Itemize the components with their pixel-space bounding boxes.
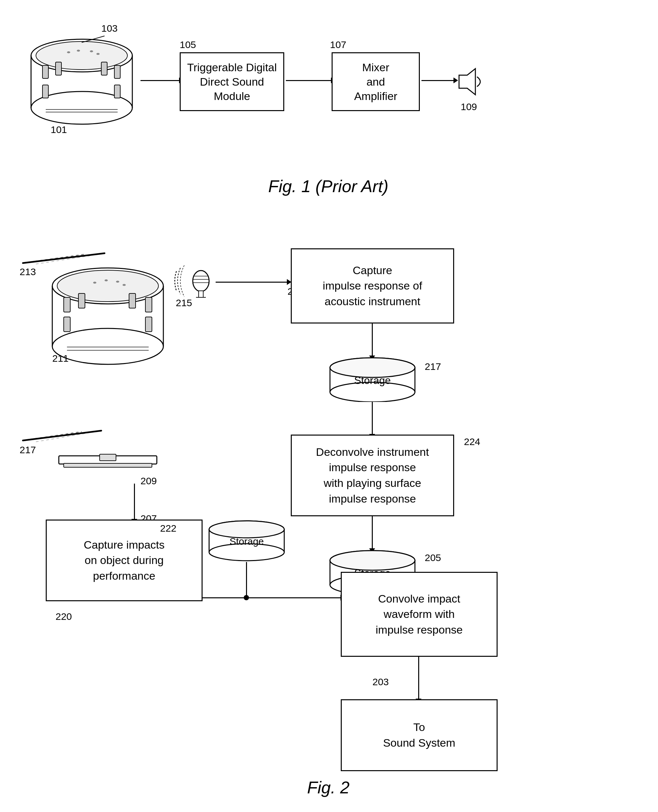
box-to-sound: To Sound System xyxy=(341,699,498,771)
svg-rect-31 xyxy=(64,297,70,312)
svg-rect-34 xyxy=(146,297,152,312)
svg-rect-12 xyxy=(114,65,120,78)
label-103: 103 xyxy=(101,23,118,34)
label-220: 220 xyxy=(56,611,72,622)
svg-point-70 xyxy=(209,521,284,538)
label-101: 101 xyxy=(51,124,67,135)
svg-rect-36 xyxy=(146,317,152,332)
drum-fig1 xyxy=(26,33,137,131)
svg-point-23 xyxy=(52,328,163,364)
arrow-deconvolve-to-storage-right xyxy=(372,516,373,549)
svg-point-4 xyxy=(36,41,127,70)
fig2-title: Fig. 2 xyxy=(307,778,349,797)
microphone-215 xyxy=(173,262,212,302)
label-203: 203 xyxy=(373,676,389,688)
svg-point-5 xyxy=(67,51,70,53)
box-capture-impulse: Capture impulse response of acoustic ins… xyxy=(291,248,454,323)
svg-rect-14 xyxy=(114,85,120,98)
label-107: 107 xyxy=(330,39,346,50)
box-capture-impacts: Capture impacts on object during perform… xyxy=(46,520,202,601)
svg-marker-18 xyxy=(459,69,475,95)
svg-text:Storage: Storage xyxy=(229,536,264,547)
label-213: 213 xyxy=(20,266,36,277)
arrow-dot-to-convolve xyxy=(246,597,341,598)
svg-point-30 xyxy=(122,284,126,286)
svg-point-8 xyxy=(96,53,100,55)
arrow-convolve-to-sound xyxy=(418,657,419,699)
svg-rect-32 xyxy=(78,293,85,308)
speaker-icon xyxy=(456,65,485,99)
svg-text:Storage: Storage xyxy=(354,375,391,386)
svg-rect-35 xyxy=(64,317,70,332)
box-direct-sound-module: Triggerable Digital Direct Sound Module xyxy=(180,52,284,111)
drumstick-217 xyxy=(20,425,111,446)
svg-rect-13 xyxy=(42,85,49,98)
fig1-title: Fig. 1 (Prior Art) xyxy=(268,176,389,196)
arrow-storage-to-deconvolve xyxy=(372,402,373,434)
svg-point-27 xyxy=(93,282,96,284)
page: 103 101 105 Triggerable Digital Direct S… xyxy=(0,0,658,812)
svg-point-29 xyxy=(116,281,119,283)
arrow-drum-to-module xyxy=(141,80,180,81)
svg-rect-33 xyxy=(129,293,136,308)
arrow-capture-to-storage-top xyxy=(372,323,373,356)
svg-point-28 xyxy=(105,279,108,281)
label-217-left: 217 xyxy=(20,444,36,456)
box-convolve: Convolve impact waveform with impulse re… xyxy=(341,572,498,657)
label-105: 105 xyxy=(180,39,196,50)
box-deconvolve: Deconvolve instrument impulse response w… xyxy=(291,434,454,516)
label-215: 215 xyxy=(176,297,192,309)
svg-rect-9 xyxy=(42,65,49,78)
trigger-pad xyxy=(46,451,170,478)
storage-222: Storage xyxy=(206,520,288,562)
drum-fig2 xyxy=(46,262,170,366)
arrow-mic-to-capture xyxy=(216,282,288,283)
label-222: 222 xyxy=(160,523,176,534)
svg-point-6 xyxy=(77,50,80,52)
svg-rect-10 xyxy=(56,62,61,75)
label-109: 109 xyxy=(461,101,477,113)
svg-rect-40 xyxy=(199,291,203,297)
arrow-capture-to-dot xyxy=(202,597,249,598)
label-205: 205 xyxy=(425,552,441,563)
fig2-area: 213 xyxy=(13,229,644,801)
svg-rect-64 xyxy=(100,454,116,461)
box-mixer-amplifier: Mixer and Amplifier xyxy=(332,52,420,111)
storage-217: Storage xyxy=(327,356,418,402)
label-217-top: 217 xyxy=(425,361,441,372)
label-211: 211 xyxy=(52,353,69,364)
svg-rect-63 xyxy=(64,463,152,467)
svg-rect-11 xyxy=(101,62,107,75)
svg-point-39 xyxy=(193,271,209,292)
fig1-area: 103 101 105 Triggerable Digital Direct S… xyxy=(13,13,644,202)
label-224: 224 xyxy=(464,436,480,447)
arrow-module-to-mixer xyxy=(286,80,332,81)
arrow-pad-to-capture xyxy=(134,484,135,520)
arrow-mixer-to-speaker xyxy=(421,80,454,81)
label-209: 209 xyxy=(141,475,157,486)
svg-point-7 xyxy=(90,50,93,52)
arrow-storage-left-down xyxy=(246,562,247,598)
svg-point-26 xyxy=(57,270,158,302)
